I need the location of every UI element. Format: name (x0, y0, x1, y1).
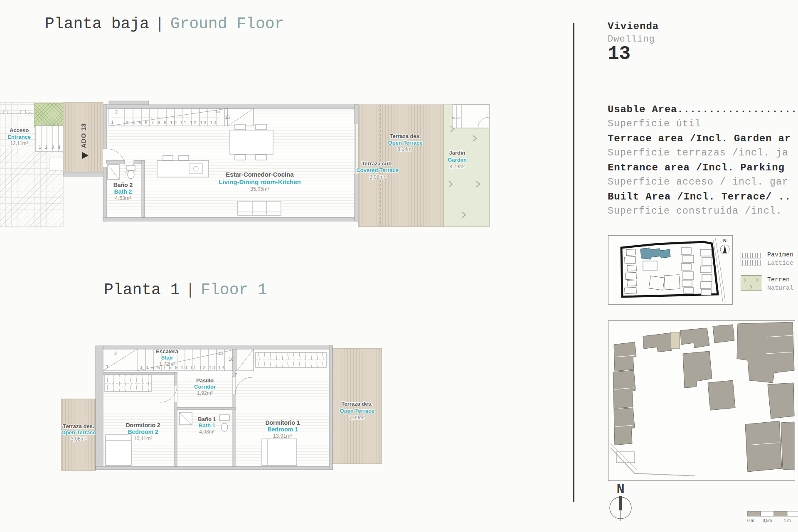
compass-n-label: N (616, 482, 624, 497)
bath2-label-area: 4,53m² (115, 195, 131, 201)
garden-label: Jardín Garden 8,79m² (448, 150, 467, 170)
gf-stair-2: 2 (115, 109, 118, 114)
area-row-entrance-en: Entrance area /Incl. Parking (608, 160, 798, 175)
bath1-label: Baño 1 Bath 1 4,08m² (198, 416, 216, 435)
bath2-label-en: Bath 2 (114, 188, 132, 195)
legend-swatch-natural (741, 275, 762, 291)
title-separator: | (155, 15, 165, 33)
f1-stair-2: 2 (114, 351, 117, 356)
bedroom1-label-en: Bedroom 1 (267, 426, 298, 433)
legend-swatch-lattice (741, 252, 762, 266)
f1-terrace-left-en: Open Terrace (62, 429, 96, 436)
site-compass-n: N (723, 238, 727, 243)
corridor-label: Pasillo Corridor 1,92m² (194, 377, 216, 396)
ground-floor-title-en: Ground Floor (170, 15, 284, 33)
legend-natural-en: Natural (767, 284, 793, 293)
bedroom1-label-area: 13,91m² (273, 433, 292, 439)
entrance-label-area: 12,11m² (10, 140, 28, 146)
entry-steps: 1 2 3 4 (35, 126, 63, 151)
bath2-label-es: Baño 2 (113, 182, 133, 188)
f1-terrace-right-es: Terraza des. (342, 401, 373, 407)
area-row-terrace-es: Superficie terrazas /incl. ja (608, 146, 798, 160)
open-terrace-label-area: 8,14m² (397, 146, 413, 152)
entrance-label: Acceso Entrance 12,11m² (7, 127, 31, 146)
f1-terrace-right: Terraza des. Open Terrace 7,39m² (332, 348, 382, 464)
small-site-plan-svg: N (608, 235, 733, 305)
gf-stair-16: 16 (225, 115, 230, 120)
ground-floor-plan-svg: 1 2 3 4 Acceso Entrance 12,11m² ADO 13 (0, 99, 490, 229)
scale-0m: 0 m (747, 518, 754, 523)
corridor-label-area: 1,92m² (197, 390, 212, 396)
garden-label-en: Garden (448, 157, 467, 163)
legend-lattice-en: Lattice (767, 259, 793, 268)
ado-label: ADO 13 (80, 123, 87, 148)
ground-floor-title-es: Planta baja (45, 15, 149, 33)
legend: Pavimen Lattice Terren Natural (741, 251, 798, 301)
covered-terrace-label-area: 3,08m² (369, 174, 385, 180)
gf-terrace: Terraza des. Open Terrace 8,14m² Terraza… (356, 105, 444, 227)
garden-label-area: 8,79m² (449, 164, 465, 170)
garden-label-es: Jardín (449, 150, 465, 156)
covered-terrace-label-es: Terraza cub. (362, 160, 393, 167)
large-site-plan-svg (608, 320, 795, 481)
scale-1m: 1 m (784, 518, 791, 523)
entrance-label-es: Acceso (10, 127, 29, 133)
living-label-es: Estar-Comedor-Cocina (226, 171, 294, 178)
first-floor-plan-svg: Terraza des. Open Terrace 3,06m² Terraza… (58, 344, 391, 475)
entrance-label-en: Entrance (7, 134, 31, 140)
dwelling-label-es: Vivienda (608, 21, 659, 32)
area-row-built-es: Superficie construida /incl. (608, 204, 798, 219)
first-floor-title-en: Floor 1 (201, 281, 267, 299)
gf-stair-1: 1 (111, 120, 113, 125)
bath1-label-area: 4,08m² (199, 429, 214, 435)
open-terrace-label-es: Terraza des. (390, 133, 421, 139)
shed-step-2: 2 (451, 117, 456, 119)
f1-terrace-right-area: 7,39m² (349, 415, 365, 421)
f1-terrace-left: Terraza des. Open Terrace 3,06m² (62, 399, 96, 470)
gf-building: 2 1 3 4 5 6 7 8 9 10 11 12 13 14 15 16 1… (103, 101, 358, 221)
area-row-usable-en: Usable Area..................... (608, 102, 798, 117)
bedroom2-label-es: Dormitorio 2 (126, 422, 160, 429)
scale-05m: 0,5m (763, 518, 772, 523)
corridor-label-es: Pasillo (196, 377, 214, 384)
f1-stair-15: 15 (218, 351, 223, 356)
legend-natural-es: Terren (767, 276, 790, 284)
gf-garden: Jardín Garden 8,79m² 2 1 (444, 105, 490, 227)
living-label-en: Living-Dining room-Kitchen (219, 178, 300, 185)
bath1-label-es: Baño 1 (198, 416, 216, 422)
corridor-label-en: Corridor (194, 384, 216, 390)
legend-lattice-es: Pavimen (767, 251, 793, 259)
bedroom1-label-es: Dormitorio 1 (265, 419, 300, 426)
bath1-label-en: Bath 1 (199, 422, 215, 429)
bath2-label: Baño 2 Bath 2 4,53m² (113, 182, 133, 201)
entrance-yard: 1 2 3 4 Acceso Entrance 12,11m² (0, 102, 70, 227)
sofa (238, 201, 281, 215)
area-row-built-en: Built Area /Incl. Terrace/ .. (608, 190, 798, 204)
first-floor-title: Planta 1|Floor 1 (104, 281, 267, 299)
plan-sheet: Planta baja|Ground Floor Planta 1|Floor … (0, 0, 798, 532)
bedroom2-label-area: 10,11m² (134, 436, 153, 441)
first-floor-title-es: Planta 1 (104, 281, 180, 299)
area-row-entrance-es: Superficie acceso / incl. gar (608, 175, 798, 190)
garden-shed: 2 1 (451, 105, 490, 128)
north-compass: N (607, 482, 636, 523)
f1-stair-label-es: Escalera (156, 348, 178, 355)
dwelling-number: 13 (608, 43, 631, 65)
ado-strip: ADO 13 (63, 102, 103, 176)
area-row-usable-es: Superficie útil (608, 117, 798, 131)
bed-bedroom1 (262, 439, 297, 466)
open-terrace-label-en: Open Terrace (388, 140, 423, 146)
scale-bar: 0 m 0,5m 1 m (744, 510, 798, 524)
bedroom2-label-en: Bedroom 2 (128, 429, 158, 435)
large-site-highlighted-unit (670, 332, 680, 349)
f1-terrace-left-area: 3,06m² (71, 436, 86, 442)
green-lattice-paving (34, 103, 63, 127)
living-label-area: 35,05m² (250, 186, 269, 192)
panel-divider (573, 23, 574, 502)
f1-stair-label-en: Stair (161, 355, 173, 361)
f1-terrace-right-en: Open Terrace (340, 408, 374, 414)
title-separator-2: | (185, 281, 195, 299)
f1-stair-label-area: 1,72m² (159, 361, 175, 367)
f1-terrace-left-es: Terraza des. (63, 423, 94, 429)
shed-step-1: 1 (456, 117, 461, 119)
